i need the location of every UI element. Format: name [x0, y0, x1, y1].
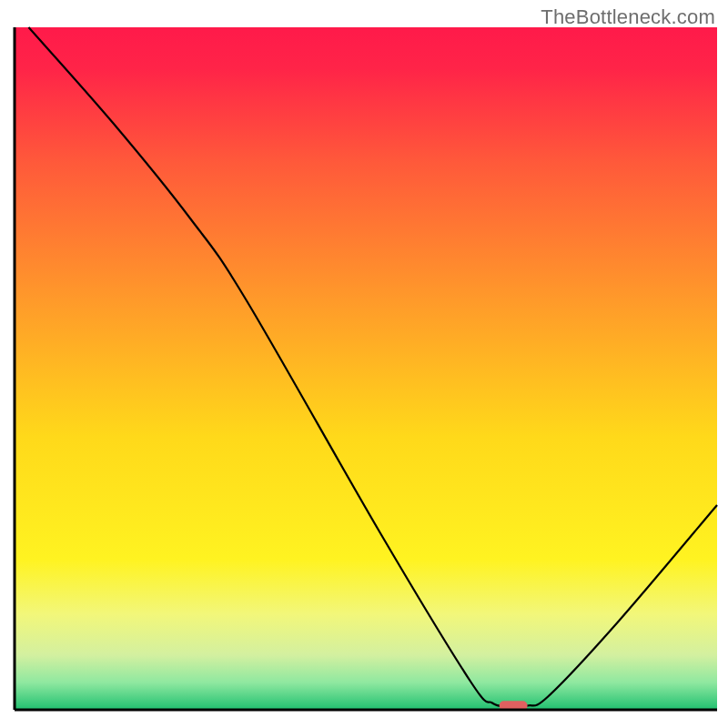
watermark-text: TheBottleneck.com [541, 5, 715, 29]
bottleneck-chart: TheBottleneck.com [0, 0, 728, 728]
chart-svg [0, 0, 728, 728]
